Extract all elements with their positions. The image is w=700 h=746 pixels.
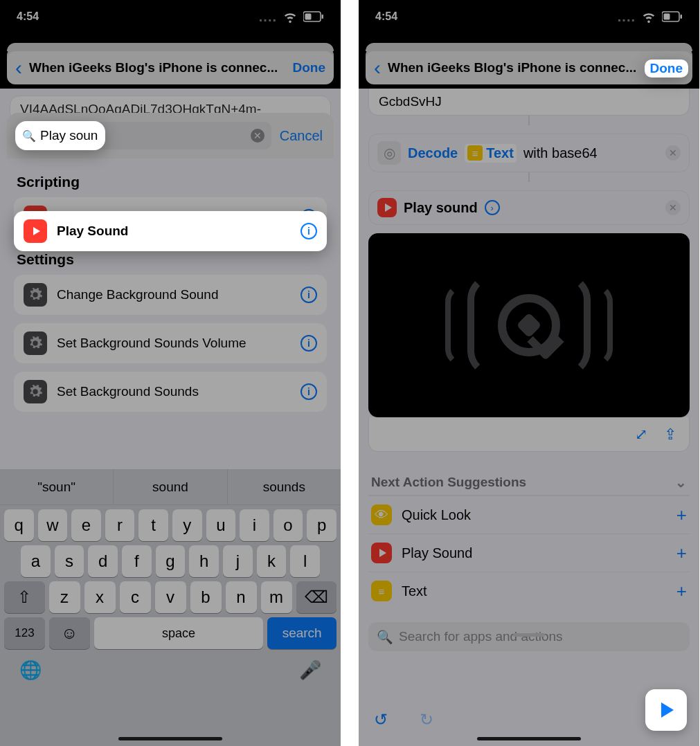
clock: 4:54	[17, 10, 39, 23]
action-search[interactable]: 🔍 Search for apps and actions	[368, 622, 690, 651]
text-action-block[interactable]: GcbdSvHJ	[368, 89, 690, 116]
add-icon[interactable]: +	[676, 543, 687, 564]
keyboard-row-2: asdfghjkl	[0, 541, 341, 577]
keyboard-row-4: 123 ☺ space search	[0, 613, 341, 649]
gear-icon	[24, 380, 47, 403]
share-icon[interactable]: ⇪	[664, 426, 676, 444]
cell-signal-icon: ....	[618, 9, 636, 25]
info-icon[interactable]: i	[300, 223, 317, 239]
mic-icon[interactable]: 🎤	[299, 659, 321, 681]
suggestions-header[interactable]: Next Action Suggestions ⌄	[368, 452, 690, 495]
suggestion-text[interactable]: ≡ Text +	[368, 572, 690, 610]
wifi-icon	[641, 9, 656, 24]
run-button[interactable]	[645, 689, 687, 731]
wifi-icon	[282, 9, 298, 24]
back-button[interactable]: ‹	[374, 57, 381, 78]
play-icon	[24, 219, 47, 243]
play-icon	[377, 198, 397, 217]
suggestion-play-sound[interactable]: Play Sound +	[368, 534, 690, 572]
svg-rect-1	[305, 14, 312, 20]
suggestion-quick-look[interactable]: 👁 Quick Look +	[368, 495, 690, 534]
decode-icon: ◎	[377, 141, 401, 165]
remove-icon[interactable]: ✕	[665, 145, 681, 161]
svg-rect-4	[664, 14, 670, 20]
action-change-bg-sound[interactable]: Change Background Sound i	[14, 275, 327, 315]
cancel-button[interactable]: Cancel	[280, 128, 323, 144]
svg-rect-2	[322, 15, 324, 19]
space-key[interactable]: space	[94, 617, 264, 649]
title-bar: ‹ When iGeeks Blog's iPhone is connec...…	[7, 51, 334, 84]
text-variable[interactable]: ≡ Text	[465, 144, 517, 163]
screenshot-right: 4:54 .... ‹ When iGeeks Blog's iPhone is…	[359, 0, 699, 746]
svg-rect-5	[681, 15, 683, 19]
sheet-edge	[7, 43, 334, 51]
action-set-bg-sounds[interactable]: Set Background Sounds i	[14, 372, 327, 412]
text-icon: ≡	[371, 581, 392, 601]
sheet-edge	[366, 43, 692, 51]
done-highlight[interactable]: Done	[650, 61, 683, 75]
expand-icon[interactable]: ⤢	[635, 426, 647, 444]
quicktime-icon	[498, 294, 560, 356]
add-icon[interactable]: +	[676, 581, 687, 602]
automation-title: When iGeeks Blog's iPhone is connec...	[29, 60, 286, 75]
battery-icon	[662, 11, 683, 22]
flow-connector	[528, 172, 530, 182]
numbers-key[interactable]: 123	[4, 617, 45, 649]
action-set-bg-volume[interactable]: Set Background Sounds Volume i	[14, 323, 327, 363]
shortcut-editor: GcbdSvHJ ◎ Decode ≡ Text with base64 ✕ P…	[359, 89, 699, 746]
show-more-icon[interactable]: ›	[485, 200, 500, 215]
redo-icon[interactable]: ↻	[420, 710, 433, 729]
chevron-down-icon[interactable]: ⌄	[675, 474, 687, 491]
clear-icon[interactable]: ✕	[251, 129, 264, 143]
search-icon: 🔍	[22, 129, 36, 143]
backspace-key[interactable]: ⌫	[296, 581, 337, 613]
audio-preview[interactable]	[368, 233, 690, 417]
play-icon	[371, 543, 392, 563]
suggestions-list: 👁 Quick Look + Play Sound + ≡ Text +	[368, 495, 690, 610]
status-bar: 4:54 ....	[0, 0, 341, 33]
info-icon[interactable]: i	[300, 335, 317, 352]
search-value-highlight: Play soun	[40, 128, 98, 143]
play-sound-action[interactable]: Play sound › ✕	[368, 190, 690, 225]
remove-icon[interactable]: ✕	[665, 200, 681, 215]
sheet-grabber[interactable]	[513, 633, 545, 637]
keyboard-row-1: qwertyuiop	[0, 505, 341, 541]
screenshot-left: 4:54 .... ‹ When iGeeks Blog's iPhone is…	[0, 0, 341, 746]
section-scripting: Scripting	[14, 168, 327, 197]
keyboard-row-3: ⇧zxcvbnm⌫	[0, 577, 341, 613]
search-key[interactable]: search	[267, 617, 336, 649]
status-bar: 4:54 ....	[359, 0, 699, 33]
clock: 4:54	[375, 10, 397, 23]
back-button[interactable]: ‹	[15, 57, 22, 78]
preview-toolbar: ⤢ ⇪	[368, 417, 690, 452]
flow-connector	[528, 116, 530, 125]
info-icon[interactable]: i	[300, 286, 317, 303]
emoji-key[interactable]: ☺	[49, 617, 90, 649]
add-icon[interactable]: +	[676, 504, 687, 526]
globe-icon[interactable]: 🌐	[19, 659, 42, 681]
cell-signal-icon: ....	[259, 9, 277, 25]
keyboard-suggestions[interactable]: "soun" sound sounds	[0, 469, 341, 505]
play-sound-highlight[interactable]: Play Sound	[57, 224, 291, 239]
gear-icon	[24, 331, 47, 355]
search-icon: 🔍	[377, 629, 393, 645]
decode-action[interactable]: ◎ Decode ≡ Text with base64 ✕	[368, 134, 690, 172]
home-indicator[interactable]	[477, 737, 581, 740]
eye-icon: 👁	[371, 504, 392, 525]
shift-key[interactable]: ⇧	[4, 581, 45, 613]
keyboard[interactable]: "soun" sound sounds qwertyuiop asdfghjkl…	[0, 469, 341, 746]
title-bar: ‹ When iGeeks Blog's iPhone is connec...…	[366, 51, 692, 84]
undo-icon[interactable]: ↺	[374, 710, 388, 729]
home-indicator[interactable]	[118, 737, 222, 740]
battery-icon	[303, 11, 324, 22]
automation-title: When iGeeks Blog's iPhone is connec...	[388, 60, 645, 75]
gear-icon	[24, 283, 47, 307]
info-icon[interactable]: i	[300, 383, 317, 400]
done-button[interactable]: Done	[293, 60, 326, 75]
